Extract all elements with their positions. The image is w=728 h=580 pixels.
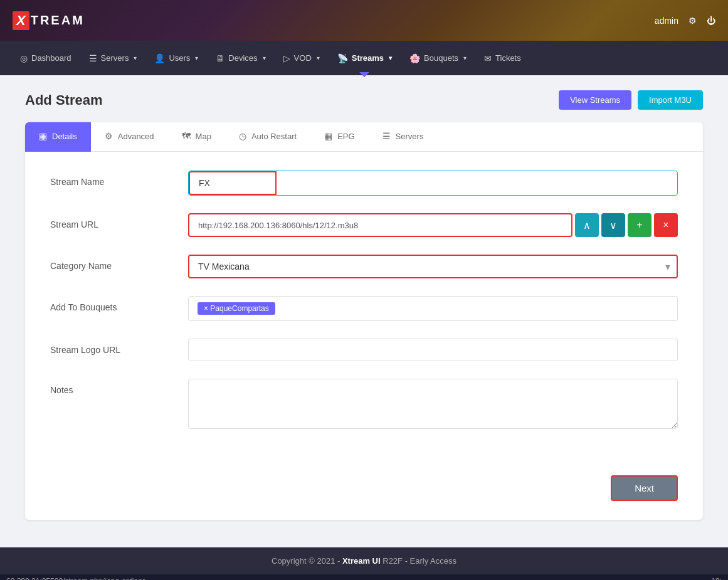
tab-servers-label: Servers xyxy=(396,132,424,141)
tab-auto-restart[interactable]: ◷ Auto Restart xyxy=(225,122,310,152)
tab-advanced[interactable]: ⚙ Advanced xyxy=(91,122,168,152)
nav-label-bouquets: Bouquets xyxy=(424,53,458,63)
servers-tab-icon: ☰ xyxy=(382,131,391,141)
tab-advanced-label: Advanced xyxy=(118,132,154,141)
streams-arrow-icon: ▾ xyxy=(389,55,392,61)
streams-icon: 📡 xyxy=(337,53,348,63)
page-title: Add Stream xyxy=(25,92,102,108)
devices-icon: 🖥 xyxy=(216,53,224,63)
nav-item-servers[interactable]: ☰ Servers ▾ xyxy=(82,48,145,68)
tab-epg[interactable]: ▦ EPG xyxy=(310,122,368,152)
stream-name-label: Stream Name xyxy=(50,171,188,187)
vod-icon: ▷ xyxy=(283,53,290,63)
stream-logo-row: Stream Logo URL xyxy=(50,339,678,361)
stream-name-row: Stream Name xyxy=(50,171,678,196)
logo: X TREAM xyxy=(13,11,85,30)
stream-name-input[interactable] xyxy=(189,171,277,195)
tickets-icon: ✉ xyxy=(484,53,492,63)
statusbar: 68.200.21:25500/stream.php#epg-options 1… xyxy=(0,574,728,580)
nav-label-tickets: Tickets xyxy=(495,53,521,63)
bouquet-tag-text: × PaqueCompartas xyxy=(204,304,269,313)
advanced-tab-icon: ⚙ xyxy=(105,131,113,141)
footer: Copyright © 2021 - Xtream UI R22F - Earl… xyxy=(0,547,728,574)
nav-label-vod: VOD xyxy=(294,53,312,63)
bouquets-row: Add To Bouquets × PaqueCompartas xyxy=(50,296,678,321)
users-arrow-icon: ▾ xyxy=(195,55,198,61)
url-down-button[interactable]: ∨ xyxy=(601,213,625,237)
page-header: Add Stream View Streams Import M3U xyxy=(25,90,703,110)
form-body: Stream Name Stream URL ∧ ∨ + × xyxy=(25,152,703,465)
stream-url-label: Stream URL xyxy=(50,213,188,229)
view-streams-button[interactable]: View Streams xyxy=(559,90,631,110)
users-icon: 👤 xyxy=(154,53,165,63)
stream-url-row: Stream URL ∧ ∨ + × xyxy=(50,213,678,237)
notes-control xyxy=(188,379,678,429)
stream-name-control xyxy=(188,171,678,196)
statusbar-time: 19: xyxy=(711,577,722,580)
nav-item-devices[interactable]: 🖥 Devices ▾ xyxy=(208,48,273,68)
admin-username: admin xyxy=(655,16,678,26)
import-m3u-button[interactable]: Import M3U xyxy=(638,90,703,110)
header: X TREAM admin ⚙ ⏻ xyxy=(0,0,728,41)
nav-item-bouquets[interactable]: 🌸 Bouquets ▾ xyxy=(402,48,474,68)
tab-servers[interactable]: ☰ Servers xyxy=(369,122,438,152)
stream-logo-label: Stream Logo URL xyxy=(50,339,188,355)
notes-textarea[interactable] xyxy=(188,379,678,429)
stream-name-extra-input[interactable] xyxy=(279,172,677,194)
tab-map[interactable]: 🗺 Map xyxy=(168,122,225,152)
stream-logo-input[interactable] xyxy=(188,339,678,361)
notes-row: Notes xyxy=(50,379,678,429)
url-add-button[interactable]: + xyxy=(628,213,652,237)
bouquets-icon: 🌸 xyxy=(409,53,420,63)
form-footer: Next xyxy=(25,465,703,520)
settings-icon[interactable]: ⚙ xyxy=(688,16,697,26)
header-right: admin ⚙ ⏻ xyxy=(655,16,715,26)
footer-text: Copyright © 2021 - xyxy=(272,556,342,566)
tab-epg-label: EPG xyxy=(337,132,354,141)
form-card: ▦ Details ⚙ Advanced 🗺 Map ◷ Auto Restar… xyxy=(25,122,703,520)
category-select[interactable]: TV Mexicana Sports News Entertainment xyxy=(188,255,678,278)
nav-label-streams: Streams xyxy=(352,53,384,63)
nav: ◎ Dashboard ☰ Servers ▾ 👤 Users ▾ 🖥 Devi… xyxy=(0,41,728,75)
servers-icon: ☰ xyxy=(89,53,97,63)
devices-arrow-icon: ▾ xyxy=(263,55,266,61)
stream-logo-control xyxy=(188,339,678,361)
stream-url-input[interactable] xyxy=(188,213,572,237)
footer-brand: Xtream UI xyxy=(342,556,381,566)
tab-auto-restart-label: Auto Restart xyxy=(251,132,297,141)
nav-item-streams[interactable]: 📡 Streams ▾ xyxy=(330,48,399,68)
auto-restart-tab-icon: ◷ xyxy=(239,131,246,141)
nav-label-servers: Servers xyxy=(101,53,129,63)
nav-label-users: Users xyxy=(169,53,190,63)
nav-item-users[interactable]: 👤 Users ▾ xyxy=(147,48,206,68)
nav-item-vod[interactable]: ▷ VOD ▾ xyxy=(276,48,327,68)
bouquet-tag[interactable]: × PaqueCompartas xyxy=(198,302,275,315)
logo-text: TREAM xyxy=(31,13,85,28)
page-actions: View Streams Import M3U xyxy=(559,90,703,110)
url-up-button[interactable]: ∧ xyxy=(575,213,599,237)
nav-item-dashboard[interactable]: ◎ Dashboard xyxy=(13,48,79,68)
notes-label: Notes xyxy=(50,379,188,395)
nav-item-tickets[interactable]: ✉ Tickets xyxy=(477,48,529,68)
tabs: ▦ Details ⚙ Advanced 🗺 Map ◷ Auto Restar… xyxy=(25,122,703,152)
details-tab-icon: ▦ xyxy=(39,131,47,141)
logo-x-icon: X xyxy=(13,11,29,30)
main-content: Add Stream View Streams Import M3U ▦ Det… xyxy=(0,75,728,535)
vod-arrow-icon: ▾ xyxy=(317,55,320,61)
bouquets-label: Add To Bouquets xyxy=(50,296,188,312)
epg-tab-icon: ▦ xyxy=(324,131,332,141)
url-remove-button[interactable]: × xyxy=(654,213,678,237)
bouquets-control: × PaqueCompartas xyxy=(188,296,678,321)
tab-details[interactable]: ▦ Details xyxy=(25,122,91,152)
category-name-label: Category Name xyxy=(50,255,188,271)
nav-label-dashboard: Dashboard xyxy=(31,53,71,63)
servers-arrow-icon: ▾ xyxy=(134,55,137,61)
footer-version: R22F - Early Access xyxy=(381,556,456,566)
power-icon[interactable]: ⏻ xyxy=(707,16,715,26)
map-tab-icon: 🗺 xyxy=(182,131,191,141)
nav-label-devices: Devices xyxy=(228,53,257,63)
tab-map-label: Map xyxy=(196,132,211,141)
next-button[interactable]: Next xyxy=(611,475,678,501)
bouquets-arrow-icon: ▾ xyxy=(463,55,467,61)
statusbar-url: 68.200.21:25500/stream.php#epg-options xyxy=(6,577,146,580)
